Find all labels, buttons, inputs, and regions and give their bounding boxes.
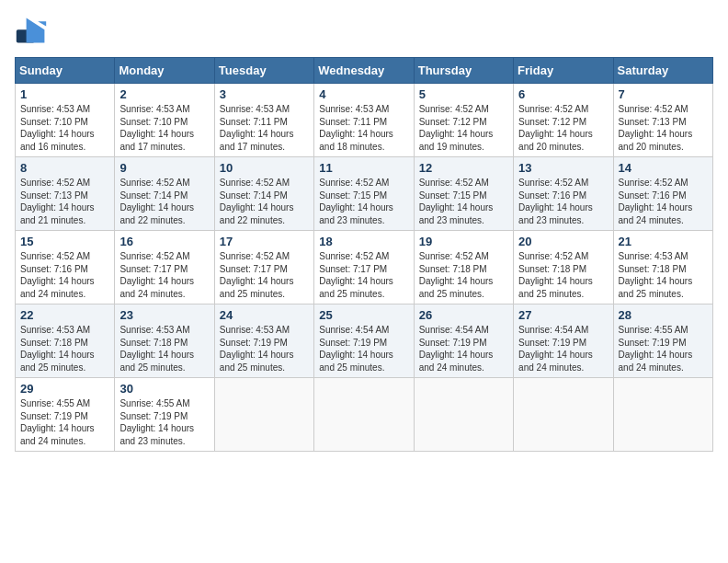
calendar-header-row: SundayMondayTuesdayWednesdayThursdayFrid… — [16, 58, 713, 84]
cell-text: Sunrise: 4:53 AMSunset: 7:11 PMDaylight:… — [319, 104, 393, 152]
calendar-day-cell: 10 Sunrise: 4:52 AMSunset: 7:14 PMDaylig… — [214, 157, 313, 231]
cell-text: Sunrise: 4:52 AMSunset: 7:17 PMDaylight:… — [319, 251, 393, 299]
logo-icon — [15, 15, 48, 48]
calendar-day-cell: 13 Sunrise: 4:52 AMSunset: 7:16 PMDaylig… — [514, 157, 613, 231]
calendar-day-cell: 20 Sunrise: 4:52 AMSunset: 7:18 PMDaylig… — [514, 231, 613, 304]
calendar-day-cell — [214, 378, 313, 452]
cell-text: Sunrise: 4:52 AMSunset: 7:17 PMDaylight:… — [220, 251, 294, 299]
day-number: 29 — [20, 382, 109, 396]
calendar-day-cell: 16 Sunrise: 4:52 AMSunset: 7:17 PMDaylig… — [115, 231, 214, 304]
cell-text: Sunrise: 4:54 AMSunset: 7:19 PMDaylight:… — [319, 325, 393, 373]
calendar-day-cell: 14 Sunrise: 4:52 AMSunset: 7:16 PMDaylig… — [613, 157, 712, 231]
calendar-day-cell: 18 Sunrise: 4:52 AMSunset: 7:17 PMDaylig… — [314, 231, 414, 304]
day-number: 13 — [518, 161, 608, 175]
calendar-day-cell: 4 Sunrise: 4:53 AMSunset: 7:11 PMDayligh… — [314, 84, 414, 157]
day-number: 25 — [319, 308, 408, 322]
weekday-header-cell: Saturday — [613, 58, 712, 84]
page-header — [15, 15, 713, 48]
weekday-header-cell: Monday — [115, 58, 214, 84]
calendar-day-cell: 30 Sunrise: 4:55 AMSunset: 7:19 PMDaylig… — [115, 378, 214, 452]
calendar-day-cell — [613, 378, 712, 452]
cell-text: Sunrise: 4:52 AMSunset: 7:16 PMDaylight:… — [619, 178, 693, 225]
cell-text: Sunrise: 4:52 AMSunset: 7:12 PMDaylight:… — [419, 104, 494, 152]
calendar-day-cell: 27 Sunrise: 4:54 AMSunset: 7:19 PMDaylig… — [514, 304, 613, 378]
calendar-day-cell: 5 Sunrise: 4:52 AMSunset: 7:12 PMDayligh… — [414, 84, 513, 157]
calendar-week-row: 29 Sunrise: 4:55 AMSunset: 7:19 PMDaylig… — [16, 378, 713, 452]
cell-text: Sunrise: 4:52 AMSunset: 7:16 PMDaylight:… — [20, 251, 95, 299]
calendar-day-cell: 22 Sunrise: 4:53 AMSunset: 7:18 PMDaylig… — [16, 304, 115, 378]
cell-text: Sunrise: 4:52 AMSunset: 7:15 PMDaylight:… — [419, 178, 494, 225]
calendar-day-cell — [514, 378, 613, 452]
cell-text: Sunrise: 4:52 AMSunset: 7:16 PMDaylight:… — [518, 178, 593, 225]
calendar-day-cell: 11 Sunrise: 4:52 AMSunset: 7:15 PMDaylig… — [314, 157, 414, 231]
cell-text: Sunrise: 4:55 AMSunset: 7:19 PMDaylight:… — [119, 398, 194, 446]
cell-text: Sunrise: 4:52 AMSunset: 7:14 PMDaylight:… — [220, 178, 294, 225]
calendar-day-cell: 2 Sunrise: 4:53 AMSunset: 7:10 PMDayligh… — [115, 84, 214, 157]
calendar-day-cell: 9 Sunrise: 4:52 AMSunset: 7:14 PMDayligh… — [115, 157, 214, 231]
calendar-week-row: 8 Sunrise: 4:52 AMSunset: 7:13 PMDayligh… — [16, 157, 713, 231]
calendar-day-cell: 23 Sunrise: 4:53 AMSunset: 7:18 PMDaylig… — [115, 304, 214, 378]
weekday-header-cell: Sunday — [16, 58, 115, 84]
cell-text: Sunrise: 4:53 AMSunset: 7:18 PMDaylight:… — [20, 325, 95, 373]
calendar-day-cell — [414, 378, 513, 452]
calendar-day-cell: 6 Sunrise: 4:52 AMSunset: 7:12 PMDayligh… — [514, 84, 613, 157]
cell-text: Sunrise: 4:52 AMSunset: 7:13 PMDaylight:… — [619, 104, 693, 152]
calendar-table: SundayMondayTuesdayWednesdayThursdayFrid… — [15, 57, 713, 452]
cell-text: Sunrise: 4:53 AMSunset: 7:18 PMDaylight:… — [119, 325, 194, 373]
day-number: 24 — [220, 308, 309, 322]
day-number: 26 — [419, 308, 508, 322]
day-number: 5 — [419, 87, 508, 101]
cell-text: Sunrise: 4:52 AMSunset: 7:15 PMDaylight:… — [319, 178, 393, 225]
day-number: 18 — [319, 235, 408, 248]
day-number: 27 — [518, 308, 608, 322]
cell-text: Sunrise: 4:55 AMSunset: 7:19 PMDaylight:… — [619, 325, 693, 373]
cell-text: Sunrise: 4:52 AMSunset: 7:12 PMDaylight:… — [518, 104, 593, 152]
weekday-header-cell: Wednesday — [314, 58, 414, 84]
calendar-day-cell — [314, 378, 414, 452]
cell-text: Sunrise: 4:53 AMSunset: 7:19 PMDaylight:… — [220, 325, 294, 373]
day-number: 6 — [518, 87, 608, 101]
calendar-day-cell: 7 Sunrise: 4:52 AMSunset: 7:13 PMDayligh… — [613, 84, 712, 157]
day-number: 23 — [119, 308, 209, 322]
day-number: 7 — [619, 87, 708, 101]
svg-marker-2 — [38, 21, 46, 26]
day-number: 2 — [119, 87, 209, 101]
calendar-day-cell: 15 Sunrise: 4:52 AMSunset: 7:16 PMDaylig… — [16, 231, 115, 304]
cell-text: Sunrise: 4:52 AMSunset: 7:14 PMDaylight:… — [119, 178, 194, 225]
day-number: 19 — [419, 235, 508, 248]
day-number: 9 — [119, 161, 209, 175]
day-number: 1 — [20, 87, 109, 101]
calendar-day-cell: 24 Sunrise: 4:53 AMSunset: 7:19 PMDaylig… — [214, 304, 313, 378]
calendar-day-cell: 28 Sunrise: 4:55 AMSunset: 7:19 PMDaylig… — [613, 304, 712, 378]
calendar-day-cell: 19 Sunrise: 4:52 AMSunset: 7:18 PMDaylig… — [414, 231, 513, 304]
calendar-day-cell: 26 Sunrise: 4:54 AMSunset: 7:19 PMDaylig… — [414, 304, 513, 378]
calendar-day-cell: 25 Sunrise: 4:54 AMSunset: 7:19 PMDaylig… — [314, 304, 414, 378]
calendar-day-cell: 29 Sunrise: 4:55 AMSunset: 7:19 PMDaylig… — [16, 378, 115, 452]
weekday-header-cell: Friday — [514, 58, 613, 84]
calendar-day-cell: 1 Sunrise: 4:53 AMSunset: 7:10 PMDayligh… — [16, 84, 115, 157]
logo — [15, 15, 51, 48]
calendar-week-row: 15 Sunrise: 4:52 AMSunset: 7:16 PMDaylig… — [16, 231, 713, 304]
day-number: 17 — [220, 235, 309, 248]
day-number: 30 — [119, 382, 209, 396]
calendar-body: 1 Sunrise: 4:53 AMSunset: 7:10 PMDayligh… — [16, 84, 713, 452]
calendar-day-cell: 17 Sunrise: 4:52 AMSunset: 7:17 PMDaylig… — [214, 231, 313, 304]
cell-text: Sunrise: 4:55 AMSunset: 7:19 PMDaylight:… — [20, 398, 95, 446]
day-number: 12 — [419, 161, 508, 175]
cell-text: Sunrise: 4:52 AMSunset: 7:17 PMDaylight:… — [119, 251, 194, 299]
calendar-week-row: 1 Sunrise: 4:53 AMSunset: 7:10 PMDayligh… — [16, 84, 713, 157]
day-number: 3 — [220, 87, 309, 101]
cell-text: Sunrise: 4:53 AMSunset: 7:11 PMDaylight:… — [220, 104, 294, 152]
cell-text: Sunrise: 4:53 AMSunset: 7:10 PMDaylight:… — [20, 104, 95, 152]
day-number: 11 — [319, 161, 408, 175]
cell-text: Sunrise: 4:54 AMSunset: 7:19 PMDaylight:… — [419, 325, 494, 373]
calendar-week-row: 22 Sunrise: 4:53 AMSunset: 7:18 PMDaylig… — [16, 304, 713, 378]
cell-text: Sunrise: 4:53 AMSunset: 7:18 PMDaylight:… — [619, 251, 693, 299]
day-number: 8 — [20, 161, 109, 175]
weekday-header-cell: Tuesday — [214, 58, 313, 84]
cell-text: Sunrise: 4:52 AMSunset: 7:13 PMDaylight:… — [20, 178, 95, 225]
calendar-day-cell: 12 Sunrise: 4:52 AMSunset: 7:15 PMDaylig… — [414, 157, 513, 231]
day-number: 15 — [20, 235, 109, 248]
cell-text: Sunrise: 4:53 AMSunset: 7:10 PMDaylight:… — [119, 104, 194, 152]
day-number: 10 — [220, 161, 309, 175]
